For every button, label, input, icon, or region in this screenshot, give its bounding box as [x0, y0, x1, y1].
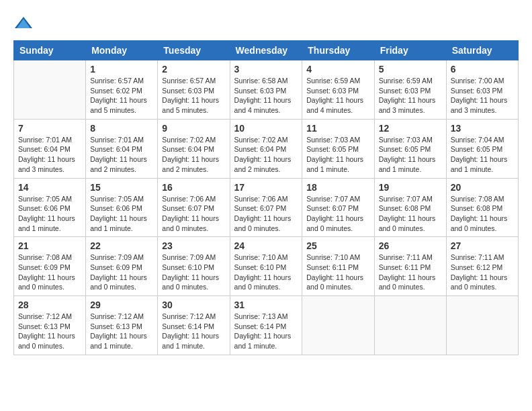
day-number: 23: [162, 240, 225, 251]
day-info: Sunrise: 7:10 AM Sunset: 6:11 PM Dayligh…: [306, 253, 369, 292]
calendar-cell: 30Sunrise: 7:12 AM Sunset: 6:14 PM Dayli…: [158, 296, 230, 355]
day-info: Sunrise: 7:12 AM Sunset: 6:14 PM Dayligh…: [162, 312, 225, 351]
header-cell-monday: Monday: [86, 41, 158, 60]
day-number: 31: [234, 300, 298, 310]
day-number: 16: [162, 182, 225, 193]
calendar-cell: 7Sunrise: 7:01 AM Sunset: 6:04 PM Daylig…: [14, 119, 86, 178]
day-info: Sunrise: 6:57 AM Sunset: 6:03 PM Dayligh…: [162, 76, 225, 116]
calendar-cell: 29Sunrise: 7:12 AM Sunset: 6:13 PM Dayli…: [86, 296, 158, 355]
calendar-cell: 21Sunrise: 7:08 AM Sunset: 6:09 PM Dayli…: [14, 237, 86, 296]
header-row: SundayMondayTuesdayWednesdayThursdayFrid…: [14, 41, 519, 60]
calendar-table: SundayMondayTuesdayWednesdayThursdayFrid…: [13, 40, 519, 355]
day-info: Sunrise: 6:57 AM Sunset: 6:02 PM Dayligh…: [90, 76, 153, 116]
header-cell-wednesday: Wednesday: [230, 41, 302, 60]
day-info: Sunrise: 7:00 AM Sunset: 6:03 PM Dayligh…: [451, 76, 514, 116]
day-info: Sunrise: 7:06 AM Sunset: 6:07 PM Dayligh…: [162, 194, 225, 234]
calendar-cell: [374, 296, 446, 355]
day-info: Sunrise: 7:13 AM Sunset: 6:14 PM Dayligh…: [234, 312, 298, 351]
day-info: Sunrise: 7:11 AM Sunset: 6:12 PM Dayligh…: [451, 253, 514, 292]
day-number: 24: [234, 240, 298, 251]
day-info: Sunrise: 7:01 AM Sunset: 6:04 PM Dayligh…: [18, 135, 81, 175]
calendar-cell: 20Sunrise: 7:08 AM Sunset: 6:08 PM Dayli…: [446, 178, 518, 237]
day-info: Sunrise: 7:07 AM Sunset: 6:08 PM Dayligh…: [379, 194, 442, 234]
header-cell-sunday: Sunday: [14, 41, 86, 60]
logo: [13, 13, 36, 34]
calendar-cell: 13Sunrise: 7:04 AM Sunset: 6:05 PM Dayli…: [446, 119, 518, 178]
calendar-cell: 1Sunrise: 6:57 AM Sunset: 6:02 PM Daylig…: [86, 60, 158, 120]
calendar-cell: 17Sunrise: 7:06 AM Sunset: 6:07 PM Dayli…: [230, 178, 302, 237]
day-info: Sunrise: 7:06 AM Sunset: 6:07 PM Dayligh…: [234, 194, 298, 234]
logo-icon: [13, 13, 34, 34]
calendar-cell: 4Sunrise: 6:59 AM Sunset: 6:03 PM Daylig…: [302, 60, 374, 120]
calendar-cell: 19Sunrise: 7:07 AM Sunset: 6:08 PM Dayli…: [374, 178, 446, 237]
day-info: Sunrise: 7:08 AM Sunset: 6:08 PM Dayligh…: [451, 194, 514, 234]
calendar-cell: 9Sunrise: 7:02 AM Sunset: 6:04 PM Daylig…: [158, 119, 230, 178]
day-info: Sunrise: 7:04 AM Sunset: 6:05 PM Dayligh…: [451, 135, 514, 175]
day-info: Sunrise: 7:09 AM Sunset: 6:09 PM Dayligh…: [90, 253, 153, 292]
day-info: Sunrise: 7:03 AM Sunset: 6:05 PM Dayligh…: [379, 135, 442, 175]
calendar-cell: 2Sunrise: 6:57 AM Sunset: 6:03 PM Daylig…: [158, 60, 230, 120]
week-row-1: 1Sunrise: 6:57 AM Sunset: 6:02 PM Daylig…: [14, 60, 519, 120]
calendar-cell: [14, 60, 86, 120]
calendar-cell: 27Sunrise: 7:11 AM Sunset: 6:12 PM Dayli…: [446, 237, 518, 296]
calendar-cell: 12Sunrise: 7:03 AM Sunset: 6:05 PM Dayli…: [374, 119, 446, 178]
calendar-cell: 11Sunrise: 7:03 AM Sunset: 6:05 PM Dayli…: [302, 119, 374, 178]
calendar-cell: 3Sunrise: 6:58 AM Sunset: 6:03 PM Daylig…: [230, 60, 302, 120]
day-info: Sunrise: 6:59 AM Sunset: 6:03 PM Dayligh…: [306, 76, 369, 116]
day-info: Sunrise: 7:08 AM Sunset: 6:09 PM Dayligh…: [18, 253, 81, 292]
day-number: 28: [18, 300, 81, 310]
week-row-4: 21Sunrise: 7:08 AM Sunset: 6:09 PM Dayli…: [14, 237, 519, 296]
day-number: 25: [306, 240, 369, 251]
calendar-cell: 31Sunrise: 7:13 AM Sunset: 6:14 PM Dayli…: [230, 296, 302, 355]
day-number: 11: [306, 123, 369, 134]
day-number: 8: [90, 123, 153, 134]
calendar-cell: 6Sunrise: 7:00 AM Sunset: 6:03 PM Daylig…: [446, 60, 518, 120]
day-number: 6: [451, 64, 514, 75]
week-row-2: 7Sunrise: 7:01 AM Sunset: 6:04 PM Daylig…: [14, 119, 519, 178]
calendar-cell: 25Sunrise: 7:10 AM Sunset: 6:11 PM Dayli…: [302, 237, 374, 296]
calendar-cell: [302, 296, 374, 355]
day-number: 17: [234, 182, 298, 193]
day-info: Sunrise: 7:01 AM Sunset: 6:04 PM Dayligh…: [90, 135, 153, 175]
header-cell-tuesday: Tuesday: [158, 41, 230, 60]
day-number: 7: [18, 123, 81, 134]
calendar-cell: 28Sunrise: 7:12 AM Sunset: 6:13 PM Dayli…: [14, 296, 86, 355]
day-number: 22: [90, 240, 153, 251]
day-number: 13: [451, 123, 514, 134]
day-number: 21: [18, 240, 81, 251]
calendar-cell: 14Sunrise: 7:05 AM Sunset: 6:06 PM Dayli…: [14, 178, 86, 237]
day-info: Sunrise: 7:09 AM Sunset: 6:10 PM Dayligh…: [162, 253, 225, 292]
day-info: Sunrise: 6:59 AM Sunset: 6:03 PM Dayligh…: [379, 76, 442, 116]
day-info: Sunrise: 7:07 AM Sunset: 6:07 PM Dayligh…: [306, 194, 369, 234]
day-number: 27: [451, 240, 514, 251]
day-info: Sunrise: 7:11 AM Sunset: 6:11 PM Dayligh…: [379, 253, 442, 292]
day-number: 20: [451, 182, 514, 193]
calendar-cell: [446, 296, 518, 355]
day-info: Sunrise: 7:05 AM Sunset: 6:06 PM Dayligh…: [18, 194, 81, 234]
header-cell-friday: Friday: [374, 41, 446, 60]
day-info: Sunrise: 7:03 AM Sunset: 6:05 PM Dayligh…: [306, 135, 369, 175]
day-number: 1: [90, 64, 153, 75]
day-number: 12: [379, 123, 442, 134]
calendar-body: 1Sunrise: 6:57 AM Sunset: 6:02 PM Daylig…: [14, 60, 519, 355]
calendar-cell: 24Sunrise: 7:10 AM Sunset: 6:10 PM Dayli…: [230, 237, 302, 296]
day-number: 14: [18, 182, 81, 193]
day-number: 30: [162, 300, 225, 310]
day-info: Sunrise: 7:12 AM Sunset: 6:13 PM Dayligh…: [18, 312, 81, 351]
day-number: 10: [234, 123, 298, 134]
calendar-cell: 18Sunrise: 7:07 AM Sunset: 6:07 PM Dayli…: [302, 178, 374, 237]
day-number: 26: [379, 240, 442, 251]
day-number: 9: [162, 123, 225, 134]
day-number: 29: [90, 300, 153, 310]
calendar-cell: 22Sunrise: 7:09 AM Sunset: 6:09 PM Dayli…: [86, 237, 158, 296]
header-cell-saturday: Saturday: [446, 41, 518, 60]
day-info: Sunrise: 7:02 AM Sunset: 6:04 PM Dayligh…: [162, 135, 225, 175]
day-number: 2: [162, 64, 225, 75]
week-row-3: 14Sunrise: 7:05 AM Sunset: 6:06 PM Dayli…: [14, 178, 519, 237]
day-number: 18: [306, 182, 369, 193]
day-info: Sunrise: 7:10 AM Sunset: 6:10 PM Dayligh…: [234, 253, 298, 292]
calendar-cell: 10Sunrise: 7:02 AM Sunset: 6:04 PM Dayli…: [230, 119, 302, 178]
calendar-cell: 5Sunrise: 6:59 AM Sunset: 6:03 PM Daylig…: [374, 60, 446, 120]
calendar-cell: 23Sunrise: 7:09 AM Sunset: 6:10 PM Dayli…: [158, 237, 230, 296]
day-number: 15: [90, 182, 153, 193]
